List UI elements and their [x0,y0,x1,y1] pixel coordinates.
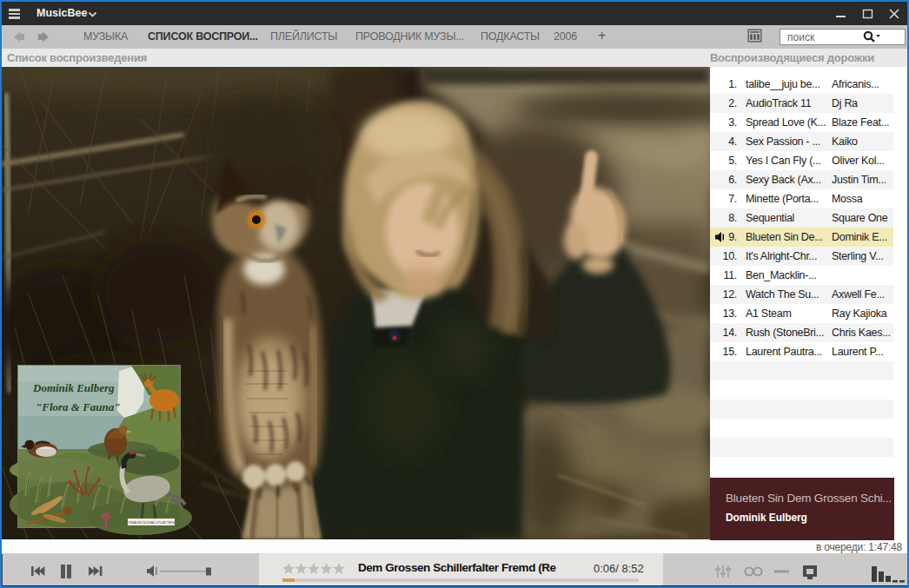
svg-text:"Flora & Fauna": "Flora & Fauna" [36,400,121,413]
svg-text:Dominik Eulberg: Dominik Eulberg [32,381,115,394]
svg-text:TRAUM SCHALLPLATTEN: TRAUM SCHALLPLATTEN [128,520,174,525]
